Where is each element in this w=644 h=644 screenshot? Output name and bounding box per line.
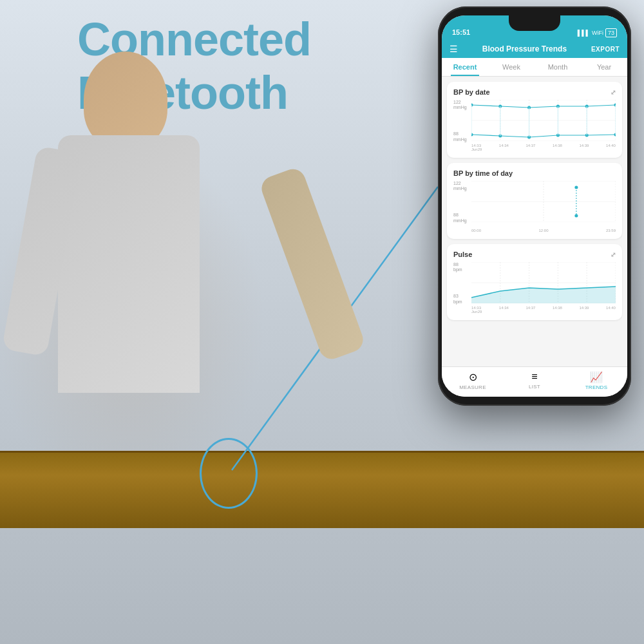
tab-recent[interactable]: Recent: [442, 58, 488, 76]
tab-week[interactable]: Week: [488, 58, 535, 76]
nav-trends-label: TRENDS: [565, 384, 627, 390]
bp-time-svg-wrap: [471, 181, 616, 222]
signal-icon: ▌▌▌: [578, 30, 590, 36]
menu-button[interactable]: ☰: [450, 44, 458, 54]
bp-date-y-bottom: 88mmHg: [453, 131, 467, 142]
bp-date-chart-area: 122mmHg 88mmHg: [453, 100, 616, 151]
bp-date-y-top: 122mmHg: [453, 100, 467, 111]
pulse-card: Pulse ⤢ 88bpm 83bpm: [447, 244, 622, 320]
tabs-bar: Recent Week Month Year: [442, 58, 627, 77]
svg-point-34: [574, 214, 578, 218]
list-icon: ≡: [504, 371, 565, 383]
bp-time-chart-area: 122mmHg 88mmHg: [453, 181, 616, 232]
svg-point-33: [574, 186, 578, 189]
export-button[interactable]: EXPORT: [591, 46, 620, 53]
person-head: [84, 52, 167, 148]
status-time: 15:51: [452, 28, 470, 37]
pulse-y-bottom: 83bpm: [453, 294, 462, 305]
bp-time-title: BP by time of day: [453, 169, 616, 177]
pulse-title: Pulse ⤢: [453, 251, 616, 258]
trends-icon: 📈: [565, 371, 627, 383]
pulse-chart-area: 88bpm 83bpm: [453, 262, 616, 314]
app-content: BP by date ⤢ 122mmHg 88mmHg: [442, 77, 627, 366]
bp-date-svg-wrap: [471, 100, 616, 141]
bp-date-card: BP by date ⤢ 122mmHg 88mmHg: [447, 82, 622, 158]
person-body: [58, 135, 200, 393]
svg-marker-43: [471, 287, 616, 303]
pulse-svg-wrap: [471, 262, 616, 303]
nav-list[interactable]: ≡ LIST: [504, 371, 565, 390]
phone-screen: 15:51 ▌▌▌ WiFi 73 ☰ Blood Pressure Trend…: [442, 15, 627, 397]
header-title: Blood Pressure Trends: [482, 44, 567, 53]
bottom-nav: ⊙ MEASURE ≡ LIST 📈 TRENDS: [442, 366, 627, 397]
person-arm-right: [258, 166, 366, 363]
app-header: ☰ Blood Pressure Trends EXPORT: [442, 40, 627, 58]
nav-trends[interactable]: 📈 TRENDS: [565, 371, 627, 390]
tab-month[interactable]: Month: [535, 58, 581, 76]
pulse-x-labels: 14:33Jun29 14:34 14:37 14:38 14:39 14:40: [471, 306, 616, 314]
person-figure: [0, 52, 386, 535]
phone-mockup: 15:51 ▌▌▌ WiFi 73 ☰ Blood Pressure Trend…: [438, 6, 631, 406]
measure-icon: ⊙: [442, 371, 504, 383]
battery-icon: 73: [605, 28, 617, 37]
bp-date-title: BP by date ⤢: [453, 88, 616, 96]
bp-time-x-labels: 00:00 12:00 23:59: [471, 229, 616, 232]
phone-notch: [509, 15, 560, 31]
wifi-icon: WiFi: [592, 30, 603, 36]
bp-time-y-top: 122mmHg: [453, 181, 467, 192]
bp-date-x-labels: 14:33Jun29 14:34 14:37 14:38 14:39 14:40: [471, 144, 616, 151]
nav-measure[interactable]: ⊙ MEASURE: [442, 371, 504, 390]
bp-time-card: BP by time of day 122mmHg 88mmHg: [447, 163, 622, 239]
tab-year[interactable]: Year: [581, 58, 627, 76]
pulse-expand-icon[interactable]: ⤢: [611, 251, 616, 258]
bp-time-y-bottom: 88mmHg: [453, 213, 467, 223]
nav-measure-label: MEASURE: [442, 384, 504, 390]
nav-list-label: LIST: [504, 384, 565, 390]
status-icons: ▌▌▌ WiFi 73: [578, 28, 617, 37]
pulse-y-top: 88bpm: [453, 262, 462, 273]
bp-date-expand-icon[interactable]: ⤢: [611, 89, 616, 96]
